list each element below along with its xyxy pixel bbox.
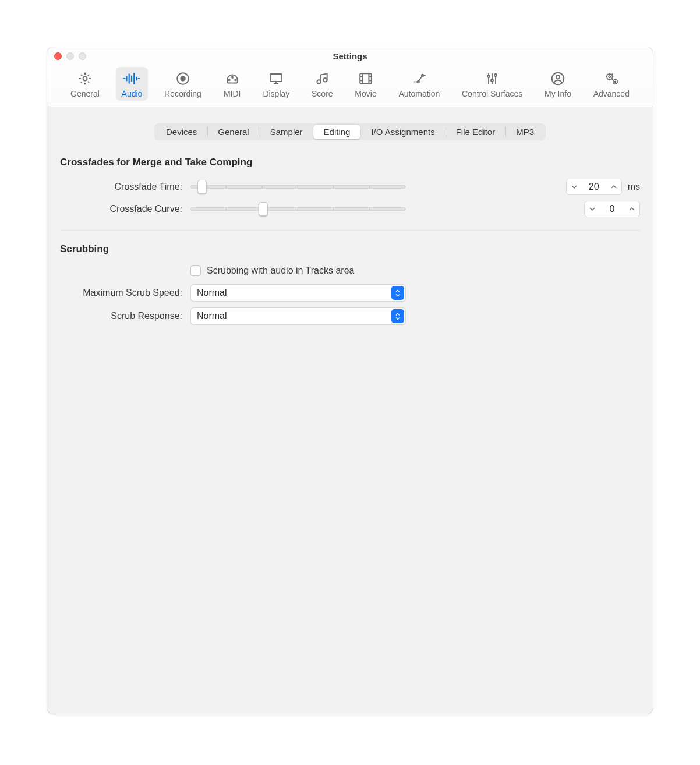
sliders-icon xyxy=(483,70,501,87)
music-notes-icon xyxy=(313,70,331,87)
svg-point-18 xyxy=(609,76,610,77)
toolbar-label: MIDI xyxy=(224,89,241,98)
scrub-response-row: Scrub Response: xyxy=(60,307,640,325)
toolbar-label: Control Surfaces xyxy=(462,89,522,98)
svg-point-5 xyxy=(235,79,236,80)
crossfade-time-row: Crossfade Time: 20 ms xyxy=(60,179,640,195)
person-circle-icon xyxy=(549,70,567,87)
scrubbing-section-title: Scrubbing xyxy=(60,243,640,255)
window-title: Settings xyxy=(47,51,653,61)
film-icon xyxy=(357,70,374,87)
subtab-sampler[interactable]: Sampler xyxy=(260,125,313,139)
toolbar-item-movie[interactable]: Movie xyxy=(349,67,382,101)
stepper-increment[interactable] xyxy=(624,201,639,217)
max-scrub-speed-select[interactable] xyxy=(190,284,406,302)
subtab-mp3[interactable]: MP3 xyxy=(505,125,545,139)
toolbar-item-my-info[interactable]: My Info xyxy=(539,67,577,101)
toolbar-label: My Info xyxy=(545,89,571,98)
svg-point-16 xyxy=(556,75,560,79)
settings-window: Settings General Audio Recording MIDI xyxy=(47,47,653,714)
traffic-lights xyxy=(54,52,86,60)
crossfade-curve-row: Crossfade Curve: 0 xyxy=(60,201,640,217)
toolbar: General Audio Recording MIDI Display xyxy=(47,65,653,107)
svg-rect-9 xyxy=(360,73,372,83)
svg-rect-6 xyxy=(270,74,282,82)
toolbar-label: General xyxy=(70,89,100,98)
record-icon xyxy=(174,70,192,87)
crossfade-curve-stepper: 0 xyxy=(584,201,640,217)
toolbar-label: Recording xyxy=(164,89,201,98)
midi-icon xyxy=(224,70,241,87)
crossfade-time-slider[interactable] xyxy=(190,185,406,189)
toolbar-item-control-surfaces[interactable]: Control Surfaces xyxy=(456,67,528,101)
max-scrub-speed-row: Maximum Scrub Speed: xyxy=(60,284,640,302)
toolbar-item-score[interactable]: Score xyxy=(306,67,339,101)
content-area: Devices General Sampler Editing I/O Assi… xyxy=(47,107,653,714)
subtab-editing[interactable]: Editing xyxy=(313,125,361,139)
toolbar-item-display[interactable]: Display xyxy=(257,67,295,101)
crossfade-time-label: Crossfade Time: xyxy=(60,182,182,192)
audio-wave-icon xyxy=(123,70,140,87)
toolbar-item-general[interactable]: General xyxy=(65,67,105,101)
svg-point-12 xyxy=(487,75,490,77)
toolbar-item-advanced[interactable]: Advanced xyxy=(588,67,635,101)
toolbar-item-midi[interactable]: MIDI xyxy=(218,67,247,101)
svg-point-20 xyxy=(614,81,616,82)
scrub-response-select[interactable] xyxy=(190,307,406,325)
crossfade-time-value[interactable]: 20 xyxy=(582,182,606,192)
automation-icon xyxy=(411,70,428,87)
titlebar: Settings xyxy=(47,47,653,65)
crossfade-curve-slider[interactable] xyxy=(190,207,406,211)
toolbar-label: Audio xyxy=(122,89,143,98)
toolbar-item-audio[interactable]: Audio xyxy=(116,67,149,101)
svg-point-0 xyxy=(83,77,87,81)
select-caret-icon xyxy=(391,286,404,300)
stepper-increment[interactable] xyxy=(606,179,621,194)
stepper-decrement[interactable] xyxy=(585,201,600,217)
select-caret-icon xyxy=(391,309,404,323)
section-divider xyxy=(60,230,640,231)
subtab-file-editor[interactable]: File Editor xyxy=(446,125,506,139)
toolbar-label: Score xyxy=(312,89,333,98)
stepper-decrement[interactable] xyxy=(567,179,582,194)
subtab-io-assignments[interactable]: I/O Assignments xyxy=(360,125,445,139)
close-button[interactable] xyxy=(54,52,62,60)
svg-point-13 xyxy=(491,79,493,82)
advanced-gears-icon xyxy=(603,70,620,87)
toolbar-item-recording[interactable]: Recording xyxy=(158,67,207,101)
toolbar-label: Movie xyxy=(355,89,376,98)
subtab-devices[interactable]: Devices xyxy=(155,125,207,139)
crossfade-time-stepper: 20 xyxy=(566,179,622,195)
max-scrub-speed-label: Maximum Scrub Speed: xyxy=(60,288,182,298)
svg-point-19 xyxy=(613,80,618,84)
scrubbing-audio-label: Scrubbing with audio in Tracks area xyxy=(207,265,354,276)
scrub-response-label: Scrub Response: xyxy=(60,311,182,321)
subtab-bar: Devices General Sampler Editing I/O Assi… xyxy=(60,123,640,140)
svg-point-2 xyxy=(181,76,185,81)
scrubbing-audio-checkbox[interactable] xyxy=(190,265,201,276)
crossfade-time-unit: ms xyxy=(628,182,640,192)
toolbar-item-automation[interactable]: Automation xyxy=(393,67,446,101)
crossfade-curve-value[interactable]: 0 xyxy=(600,204,624,214)
crossfade-curve-label: Crossfade Curve: xyxy=(60,204,182,214)
crossfades-section-title: Crossfades for Merge and Take Comping xyxy=(60,157,640,168)
toolbar-label: Automation xyxy=(398,89,440,98)
toolbar-label: Display xyxy=(263,89,289,98)
svg-point-14 xyxy=(494,74,497,76)
gear-icon xyxy=(76,70,94,87)
svg-point-4 xyxy=(232,77,233,78)
svg-point-3 xyxy=(228,79,229,80)
toolbar-label: Advanced xyxy=(593,89,630,98)
zoom-button[interactable] xyxy=(79,52,86,60)
display-icon xyxy=(267,70,285,87)
scrubbing-checkbox-row: Scrubbing with audio in Tracks area xyxy=(60,265,640,276)
subtab-general[interactable]: General xyxy=(207,125,259,139)
minimize-button[interactable] xyxy=(66,52,74,60)
